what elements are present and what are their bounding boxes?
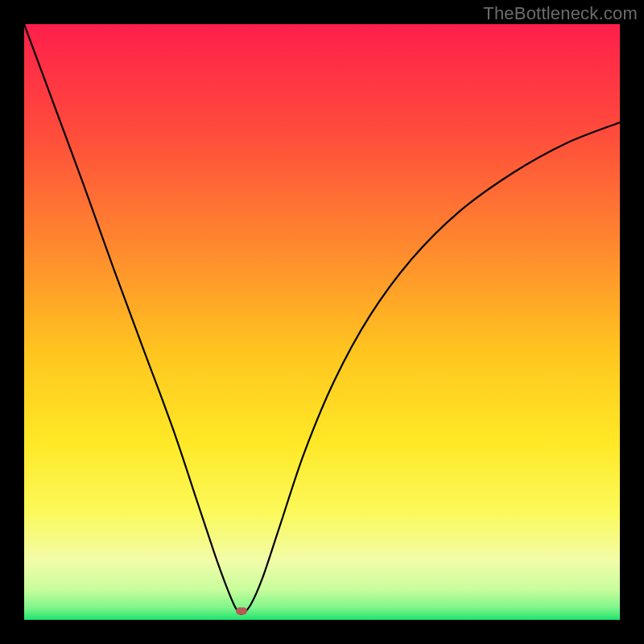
optimal-point-marker xyxy=(236,607,247,614)
chart-frame: TheBottleneck.com xyxy=(0,0,644,644)
watermark-text: TheBottleneck.com xyxy=(483,3,638,24)
plot-area xyxy=(24,24,620,620)
